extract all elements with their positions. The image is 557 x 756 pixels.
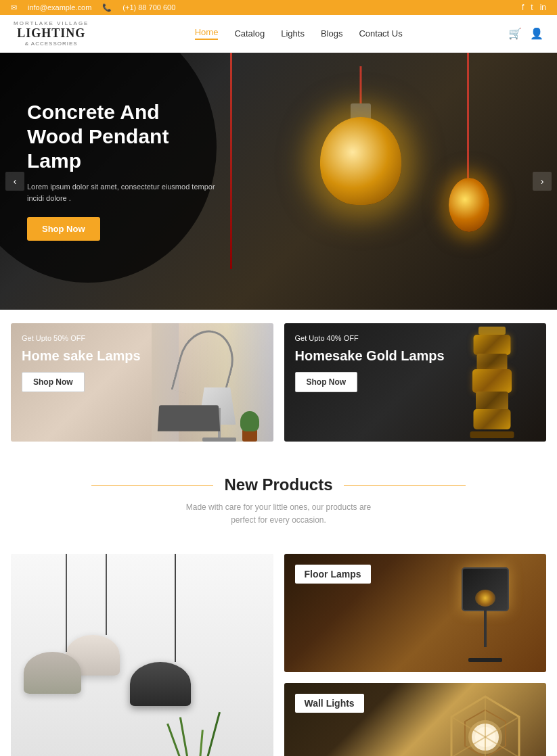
lamp-seg-5 — [474, 409, 511, 429]
lamp-foot — [202, 438, 236, 442]
nav-home[interactable]: Home — [195, 27, 219, 40]
hero-description: Lorem ipsum dolor sit amet, consectetur … — [27, 181, 217, 204]
section-title: New Products — [224, 475, 332, 494]
wall-light-deco — [438, 690, 533, 756]
laptop — [157, 405, 219, 431]
logo-sub: & ACCESSORIES — [25, 41, 78, 47]
top-bar-social: f t in — [522, 3, 546, 12]
banner-card-1: Get Upto 50% OFF Home sake Lamps Shop No… — [11, 323, 273, 442]
plant-decoration — [172, 716, 219, 756]
banner2-shop-button[interactable]: Shop Now — [295, 372, 358, 392]
top-bar-left: ✉ info@example.com 📞 (+1) 88 700 600 — [11, 3, 175, 12]
bulb-glass — [320, 117, 401, 205]
banner2-content: Get Upto 40% OFF Homesake Gold Lamps Sho… — [295, 334, 445, 392]
plant — [240, 411, 259, 431]
section-title-wrapper: New Products — [11, 475, 546, 494]
floor-lamps-label: Floor Lamps — [295, 565, 371, 584]
lamp-seg-4 — [476, 392, 508, 410]
lamp-seg-1 — [474, 335, 511, 355]
pendant2-wire — [175, 554, 176, 662]
lamp-housing — [462, 567, 509, 611]
hero-title: Concrete And Wood Pendant Lamp — [27, 100, 217, 173]
nav-lights[interactable]: Lights — [281, 28, 305, 39]
nav-blogs[interactable]: Blogs — [321, 28, 343, 39]
pendant3-shade — [24, 652, 81, 694]
banner1-title: Home sake Lamps — [22, 348, 141, 364]
plant-inner — [172, 716, 219, 756]
lamp-seg-2 — [477, 354, 508, 371]
stem1 — [179, 717, 194, 756]
hero-content: Concrete And Wood Pendant Lamp Lorem ips… — [27, 100, 217, 241]
email-icon: ✉ — [11, 3, 17, 12]
fl-base — [468, 658, 502, 662]
top-bar-phone: (+1) 88 700 600 — [122, 3, 175, 11]
light-glow — [475, 590, 495, 607]
product-col-right: Floor Lamps Wall Lights — [284, 554, 547, 756]
hero-section: Concrete And Wood Pendant Lamp Lorem ips… — [0, 53, 557, 310]
wall-lights-card[interactable]: Wall Lights — [284, 683, 547, 756]
pendant1-wire — [106, 554, 107, 635]
hero-bulb-decoration — [300, 66, 422, 235]
top-bar-email: info@example.com — [28, 3, 91, 11]
banner2-image — [451, 327, 533, 438]
fl-stand — [484, 610, 487, 647]
title-line-left — [91, 485, 213, 486]
user-icon[interactable]: 👤 — [530, 27, 543, 40]
header: MORTLAKE VILLAGE LIGHTING & ACCESSORIES … — [0, 15, 557, 53]
succulent — [240, 408, 260, 442]
twitter-icon[interactable]: t — [531, 3, 533, 12]
header-icons: 🛒 👤 — [508, 27, 543, 40]
wall-lights-label: Wall Lights — [295, 694, 364, 713]
hero-shop-now-button[interactable]: Shop Now — [27, 217, 100, 241]
logo-tagline: MORTLAKE VILLAGE — [14, 20, 89, 26]
lamp-seg-3 — [472, 369, 512, 393]
nav-contact[interactable]: Contact Us — [359, 28, 402, 39]
stem2 — [196, 730, 204, 756]
pendant3-wire — [66, 554, 67, 652]
pendant2-shade — [130, 662, 191, 706]
floor-lamp-deco — [445, 561, 526, 662]
section-subtitle: Made with care for your little ones, our… — [11, 501, 546, 527]
banner2-title: Homesake Gold Lamps — [295, 348, 445, 364]
banner-card-2: Get Upto 40% OFF Homesake Gold Lamps Sho… — [284, 323, 547, 442]
title-line-right — [344, 485, 466, 486]
hexagon-svg — [438, 690, 533, 756]
banner1-image — [125, 323, 273, 442]
bulb-wire — [360, 66, 362, 107]
small-bulb — [449, 178, 489, 232]
new-products-section: New Products Made with care for your lit… — [0, 455, 557, 554]
pendant-1 — [92, 554, 120, 676]
lamp-wire-decoration — [230, 53, 232, 269]
product-grid: Ceiling Lights — [11, 554, 546, 756]
main-nav: Home Catalog Lights Blogs Contact Us — [195, 27, 403, 40]
logo: MORTLAKE VILLAGE LIGHTING & ACCESSORIES — [14, 20, 89, 47]
facebook-icon[interactable]: f — [522, 3, 524, 12]
ceiling-lights-card[interactable]: Ceiling Lights — [11, 554, 273, 756]
pendant-3 — [51, 554, 81, 694]
phone-icon: 📞 — [102, 3, 112, 12]
hero-next-button[interactable]: › — [533, 172, 552, 191]
banner1-content: Get Upto 50% OFF Home sake Lamps Shop No… — [22, 334, 141, 392]
banner2-discount: Get Upto 40% OFF — [295, 334, 445, 342]
floor-lamps-card[interactable]: Floor Lamps — [284, 554, 547, 672]
hero-prev-button[interactable]: ‹ — [5, 172, 24, 191]
nav-catalog[interactable]: Catalog — [234, 28, 265, 39]
cart-icon[interactable]: 🛒 — [508, 27, 522, 40]
top-bar: ✉ info@example.com 📞 (+1) 88 700 600 f t… — [0, 0, 557, 15]
banner-row: Get Upto 50% OFF Home sake Lamps Shop No… — [11, 323, 546, 442]
lamp-base — [470, 431, 514, 438]
banner1-shop-button[interactable]: Shop Now — [22, 372, 85, 392]
pendant-2 — [160, 554, 191, 706]
logo-name: LIGHTING — [17, 26, 85, 41]
banner1-discount: Get Upto 50% OFF — [22, 334, 141, 342]
lamp-wire-right — [467, 53, 469, 188]
gold-top — [478, 327, 506, 335]
instagram-icon[interactable]: in — [540, 3, 546, 12]
